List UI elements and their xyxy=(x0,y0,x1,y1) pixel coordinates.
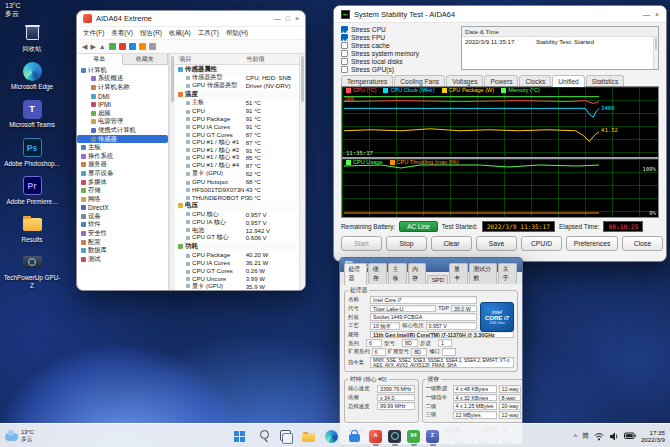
tab-menu[interactable]: 菜单 xyxy=(77,54,123,65)
tree-item-3[interactable]: DMI xyxy=(77,92,168,101)
cpuz-tab-4[interactable]: SPD xyxy=(427,275,448,284)
desktop-icon-gpu-z[interactable]: TechPowerUp GPU-Z xyxy=(3,251,61,288)
list-view-icon[interactable] xyxy=(149,43,156,50)
tree-item-0[interactable]: 计算机 xyxy=(77,66,168,75)
ime-indicator[interactable]: 简 xyxy=(582,431,589,441)
tree-item-11[interactable]: 服务器 xyxy=(77,161,168,170)
tab-voltages[interactable]: Voltages xyxy=(446,75,483,86)
tab-favorites[interactable]: 收藏夹 xyxy=(123,54,169,65)
start-button[interactable]: Start xyxy=(341,236,382,251)
tree-item-20[interactable]: 配置 xyxy=(77,238,168,247)
tab-temperatures[interactable]: Temperatures xyxy=(341,75,393,86)
taskbar-aida64-icon[interactable]: A xyxy=(369,430,382,443)
tab-powers[interactable]: Powers xyxy=(484,75,518,86)
desktop-icon-results[interactable]: Results xyxy=(3,213,61,243)
back-icon[interactable]: ◀ xyxy=(82,43,87,50)
tab-cooling-fans[interactable]: Cooling Fans xyxy=(394,75,445,86)
minimize-icon[interactable]: — xyxy=(274,15,281,22)
cpuz-tab-1[interactable]: 缓存 xyxy=(368,263,387,284)
battery-icon[interactable] xyxy=(624,432,636,440)
close-button[interactable]: Close xyxy=(622,236,663,251)
close-icon[interactable]: × xyxy=(655,11,659,18)
cpuid-button[interactable]: CPUID xyxy=(521,236,562,251)
clear-button[interactable]: Clear xyxy=(431,236,472,251)
desktop-icon-teams[interactable]: TMicrosoft Teams xyxy=(3,98,61,128)
tab-statistics[interactable]: Statistics xyxy=(586,75,624,86)
tree-item-16[interactable]: DirectX xyxy=(77,204,168,213)
tree-item-12[interactable]: 显示设备 xyxy=(77,169,168,178)
tree-item-7[interactable]: 便携式计算机 xyxy=(77,126,168,135)
tree-item-14[interactable]: 存储 xyxy=(77,186,168,195)
tree-scrollbar[interactable] xyxy=(169,54,175,290)
stress-option-5[interactable]: Stress GPU(s) xyxy=(341,66,453,73)
stress-option-4[interactable]: Stress local disks xyxy=(341,58,453,65)
taskbar-start-icon[interactable] xyxy=(231,428,248,445)
tree-item-13[interactable]: 多媒体 xyxy=(77,178,168,187)
stress-option-2[interactable]: Stress cache xyxy=(341,42,453,49)
stop-button[interactable]: Stop xyxy=(386,236,427,251)
values-scrollbar[interactable] xyxy=(299,54,305,290)
cpuz-tab-5[interactable]: 显卡 xyxy=(449,263,468,284)
cpuz-tab-6[interactable]: 测试分数 xyxy=(469,263,497,284)
stress-option-0[interactable]: Stress CPU xyxy=(341,26,453,33)
up-icon[interactable]: ▲ xyxy=(99,43,106,50)
aida64-titlebar[interactable]: AIDA64 Extreme — □ × xyxy=(77,11,305,27)
favorite-icon[interactable] xyxy=(119,43,126,50)
forward-icon[interactable]: ▶ xyxy=(90,43,95,50)
tree-scrollbar-thumb[interactable] xyxy=(171,56,174,102)
taskbar-x64-icon[interactable]: 64 xyxy=(407,430,420,443)
save-button[interactable]: Save xyxy=(476,236,517,251)
taskbar-edge-icon[interactable] xyxy=(323,428,340,445)
wifi-icon[interactable] xyxy=(594,432,604,441)
tree-item-9[interactable]: 主板 xyxy=(77,143,168,152)
menu-item-2[interactable]: 报告(R) xyxy=(140,29,162,38)
taskbar-task-view-icon[interactable] xyxy=(277,428,294,445)
desktop-weather-widget[interactable]: 13°C 多云 xyxy=(5,2,21,19)
taskbar-search-icon[interactable] xyxy=(254,428,271,445)
tree-item-15[interactable]: 网络 xyxy=(77,195,168,204)
menu-item-3[interactable]: 收藏(A) xyxy=(169,29,191,38)
desktop-icon-edge[interactable]: Microsoft Edge xyxy=(3,60,61,90)
cpuz-tab-2[interactable]: 主板 xyxy=(388,263,407,284)
minimize-icon[interactable]: — xyxy=(643,11,650,18)
tree-item-17[interactable]: 设备 xyxy=(77,212,168,221)
log-scrollbar[interactable] xyxy=(653,37,658,69)
cpuz-tab-3[interactable]: 内存 xyxy=(408,263,427,284)
stress-option-1[interactable]: Stress FPU xyxy=(341,34,453,41)
values-scrollbar-thumb[interactable] xyxy=(301,56,304,102)
menu-item-4[interactable]: 工具(T) xyxy=(198,29,219,38)
menu-item-5[interactable]: 帮助(H) xyxy=(226,29,248,38)
taskbar-clock[interactable]: 17:35 2022/3/9 xyxy=(641,429,665,444)
taskbar-store-icon[interactable] xyxy=(346,428,363,445)
screenshot-icon[interactable] xyxy=(139,43,146,50)
speaker-icon[interactable] xyxy=(609,432,619,441)
maximize-icon[interactable]: □ xyxy=(286,15,290,22)
tree-item-1[interactable]: 系统概述 xyxy=(77,75,168,84)
close-icon[interactable]: × xyxy=(295,15,299,22)
tree-item-22[interactable]: 测试 xyxy=(77,255,168,264)
desktop-icon-photoshop[interactable]: PsAdobe Photoshop... xyxy=(3,137,61,167)
tree-item-10[interactable]: 操作系统 xyxy=(77,152,168,161)
desktop-icon-recycle-bin[interactable]: 回收站 xyxy=(3,22,61,52)
cpuz-tab-7[interactable]: 关于 xyxy=(498,263,517,284)
tree-item-6[interactable]: 电源管理 xyxy=(77,118,168,127)
desktop-icon-premiere[interactable]: PrAdobe Premiere... xyxy=(3,175,61,205)
sst-titlebar[interactable]: System Stability Test - AIDA64 — × xyxy=(334,6,666,23)
tab-unified[interactable]: Unified xyxy=(552,75,585,87)
report-icon[interactable] xyxy=(109,43,116,50)
taskbar-file-explorer-icon[interactable] xyxy=(300,428,317,445)
menu-item-0[interactable]: 文件(F) xyxy=(83,29,104,38)
tree-item-2[interactable]: 计算机名称 xyxy=(77,83,168,92)
tree-item-19[interactable]: 安全性 xyxy=(77,229,168,238)
preferences-button[interactable]: Preferences xyxy=(566,236,618,251)
settings-icon[interactable] xyxy=(129,43,136,50)
taskbar-cpu-z-icon[interactable]: Z xyxy=(426,430,439,443)
menu-item-1[interactable]: 查看(V) xyxy=(111,29,133,38)
stress-option-3[interactable]: Stress system memory xyxy=(341,50,453,57)
taskbar-weather-widget[interactable]: 13°C 多云 xyxy=(5,426,34,446)
taskbar-gpu-z-icon[interactable] xyxy=(388,430,401,443)
tree-item-18[interactable]: 软件 xyxy=(77,221,168,230)
tree-item-4[interactable]: IPMI xyxy=(77,100,168,109)
cpuz-tab-0[interactable]: 处理器 xyxy=(344,263,367,285)
tab-clocks[interactable]: Clocks xyxy=(519,75,551,86)
